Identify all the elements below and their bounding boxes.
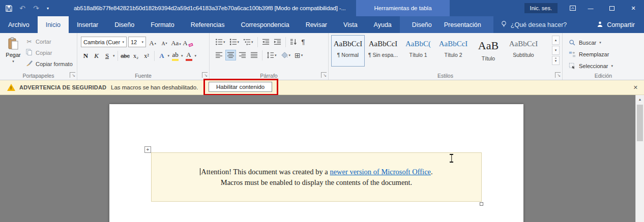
shading-button[interactable]: ▾ [279, 50, 292, 60]
decrease-indent-button[interactable] [260, 37, 271, 47]
tab-vista[interactable]: Vista [335, 16, 366, 33]
replace-button[interactable]: Reemplazar [569, 50, 613, 59]
italic-button[interactable]: K [92, 50, 101, 62]
table-resize-handle[interactable] [480, 202, 483, 206]
underline-button[interactable]: S [102, 50, 112, 62]
maximize-button[interactable] [601, 0, 623, 16]
numbering-button[interactable]: ▾ [228, 37, 241, 47]
style-titulo-2[interactable]: AaBbCcI Título 2 [436, 35, 470, 67]
grow-font-button[interactable]: A ▴ [148, 37, 158, 47]
macro-banner-cell[interactable]: Attention! This document was created by … [151, 152, 482, 202]
group-label-edicion: Edición [563, 73, 644, 79]
highlight-dropdown-icon[interactable]: ▾ [181, 54, 183, 58]
person-icon [597, 21, 603, 29]
style-preview: AaBbCcI [369, 40, 398, 48]
style-preview: AaB [478, 40, 499, 52]
format-painter-button[interactable]: Copiar formato [25, 59, 73, 69]
enable-content-button[interactable]: Habilitar contenido [209, 82, 272, 92]
font-color-dropdown-icon[interactable]: ▾ [195, 54, 197, 58]
align-right-button[interactable] [237, 50, 248, 60]
multilevel-list-button[interactable]: ▾ [242, 37, 255, 47]
portapapeles-dialog-launcher-icon[interactable]: ↘ [70, 72, 75, 78]
style-sin-espaciado[interactable]: AaBbCcI ¶ Sin espa... [366, 35, 400, 67]
redo-icon[interactable]: ↷ [31, 3, 42, 14]
tab-archivo[interactable]: Archivo [0, 16, 38, 33]
tab-correspondencia[interactable]: Correspondencia [232, 16, 297, 33]
customize-qat-icon[interactable]: ▾ [44, 3, 51, 14]
undo-icon[interactable]: ↶ [17, 3, 28, 14]
borders-button[interactable]: ⊞ ▾ [293, 50, 304, 60]
tab-ayuda[interactable]: Ayuda [366, 16, 400, 33]
divider [257, 37, 258, 47]
close-button[interactable]: ✕ [623, 0, 644, 16]
document-page[interactable]: + Attention! This document was created b… [109, 104, 523, 222]
tab-inicio[interactable]: Inicio [38, 16, 69, 33]
align-center-button[interactable] [225, 50, 236, 60]
strikethrough-button[interactable]: abc [121, 50, 130, 62]
show-formatting-marks-button[interactable]: ¶ [300, 37, 307, 47]
highlight-button[interactable]: ab [170, 50, 180, 62]
tab-presentacion-tabla[interactable]: Presentación [438, 16, 487, 33]
increase-indent-button[interactable] [272, 37, 283, 47]
line-spacing-button[interactable]: ▾ [265, 50, 278, 60]
copy-button[interactable]: Copiar [25, 48, 73, 58]
tab-revisar[interactable]: Revisar [298, 16, 335, 33]
borders-dropdown-icon: ▾ [301, 53, 303, 57]
style-titulo[interactable]: AaB Título [472, 35, 505, 67]
shrink-font-button[interactable]: A ▾ [159, 37, 169, 47]
text-effects-button[interactable]: A [157, 50, 167, 62]
underline-dropdown-icon[interactable]: ▾ [113, 54, 115, 58]
subscript-button[interactable]: x₂ [131, 50, 141, 62]
select-button[interactable]: Seleccionar ▾ [569, 61, 613, 71]
style-normal[interactable]: AaBbCcI ¶ Normal [331, 35, 365, 67]
gallery-more-icon[interactable]: ▾ [552, 56, 560, 65]
font-name-combo[interactable]: Cambria (Cuer ▾ [81, 37, 127, 47]
minimize-button[interactable]: — [580, 0, 601, 16]
multilevel-list-icon [243, 38, 251, 46]
scrollbar-thumb[interactable] [637, 105, 643, 141]
cut-button[interactable]: ✂ Cortar [25, 37, 73, 47]
font-size-combo[interactable]: 12 ▾ [128, 37, 146, 47]
justify-button[interactable] [249, 50, 259, 60]
vertical-scrollbar[interactable]: ▲ [635, 95, 644, 222]
tab-diseno-tabla[interactable]: Diseño [406, 16, 438, 33]
font-name-value: Cambria (Cuer [83, 39, 120, 45]
bold-button[interactable]: N [81, 50, 91, 62]
gallery-scroll-down-icon[interactable]: ▾ [552, 46, 560, 55]
paste-button[interactable]: Pegar ▾ [2, 35, 24, 72]
increase-indent-icon [274, 38, 281, 46]
align-left-button[interactable] [214, 50, 224, 60]
change-case-button[interactable]: Aa ▾ [171, 37, 181, 47]
font-color-button[interactable]: A [184, 50, 194, 62]
gallery-scroll-up-icon[interactable]: ▴ [552, 36, 560, 45]
font-size-dropdown-icon: ▾ [141, 40, 143, 44]
numbering-icon [229, 38, 237, 46]
scroll-up-icon[interactable]: ▲ [636, 95, 644, 104]
clear-formatting-button[interactable]: A [183, 37, 193, 47]
tab-referencias[interactable]: Referencias [183, 16, 233, 33]
tell-me-box[interactable]: ¿Qué desea hacer? [501, 16, 567, 33]
tab-formato[interactable]: Formato [142, 16, 183, 33]
share-button[interactable]: Compartir [597, 16, 635, 33]
tab-insertar[interactable]: Insertar [69, 16, 106, 33]
save-icon[interactable] [3, 3, 14, 14]
estilos-dialog-launcher-icon[interactable]: ↘ [555, 72, 561, 78]
office-version-link[interactable]: newer version of Microsoft Office [330, 168, 431, 176]
tab-diseno[interactable]: Diseño [106, 16, 142, 33]
style-subtitulo[interactable]: AaBbCcI Subtítulo [507, 35, 540, 67]
style-titulo-1[interactable]: AaBbC( Título 1 [401, 35, 435, 67]
bullets-button[interactable]: ▾ [214, 37, 227, 47]
find-button[interactable]: Buscar ▾ [569, 38, 613, 47]
ribbon-display-options-icon[interactable] [566, 0, 580, 16]
align-center-icon [227, 51, 235, 59]
sign-in-button[interactable]: Inic. ses. [524, 3, 558, 13]
text-effects-dropdown-icon[interactable]: ▾ [168, 54, 170, 58]
table-move-handle[interactable]: + [144, 146, 151, 153]
banner-text-after-link: . [431, 168, 433, 176]
fuente-dialog-launcher-icon[interactable]: ↘ [202, 72, 208, 78]
warning-close-icon[interactable]: ✕ [633, 80, 638, 94]
warning-message: Las macros se han deshabilitado. [111, 80, 198, 94]
sort-button[interactable] [288, 37, 299, 47]
parrafo-dialog-launcher-icon[interactable]: ↘ [321, 72, 327, 78]
superscript-button[interactable]: x² [142, 50, 152, 62]
